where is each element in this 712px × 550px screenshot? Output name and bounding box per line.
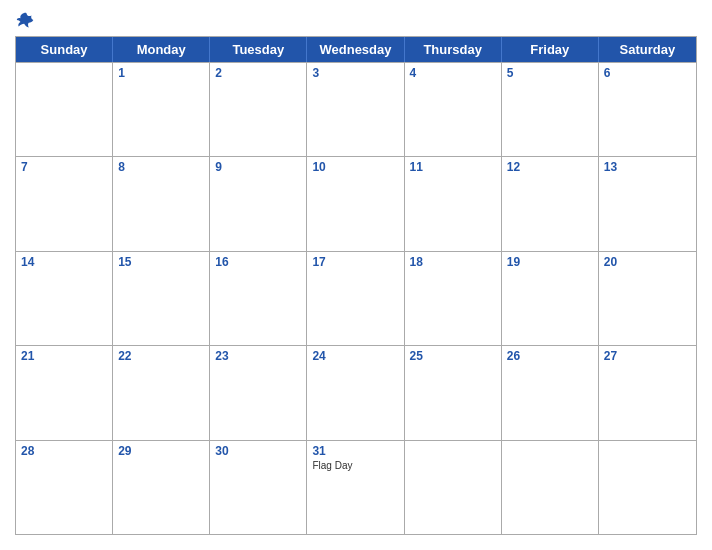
- day-number: 18: [410, 255, 496, 269]
- day-number: 4: [410, 66, 496, 80]
- day-number: 15: [118, 255, 204, 269]
- day-cell: 19: [502, 252, 599, 345]
- day-cell: 5: [502, 63, 599, 156]
- day-header-thursday: Thursday: [405, 37, 502, 62]
- day-cell: 11: [405, 157, 502, 250]
- week-row-5: 28293031Flag Day: [16, 440, 696, 534]
- day-cell: 14: [16, 252, 113, 345]
- day-number: 24: [312, 349, 398, 363]
- day-number: 7: [21, 160, 107, 174]
- day-cell: [599, 441, 696, 534]
- day-cell: 16: [210, 252, 307, 345]
- day-cell: 10: [307, 157, 404, 250]
- day-number: 13: [604, 160, 691, 174]
- day-cell: 1: [113, 63, 210, 156]
- day-number: 27: [604, 349, 691, 363]
- day-number: 14: [21, 255, 107, 269]
- day-cell: 18: [405, 252, 502, 345]
- day-cell: 21: [16, 346, 113, 439]
- day-header-sunday: Sunday: [16, 37, 113, 62]
- day-cell: [405, 441, 502, 534]
- day-number: 17: [312, 255, 398, 269]
- day-cell: [502, 441, 599, 534]
- day-number: 8: [118, 160, 204, 174]
- day-cell: 27: [599, 346, 696, 439]
- day-cell: 17: [307, 252, 404, 345]
- calendar: SundayMondayTuesdayWednesdayThursdayFrid…: [15, 36, 697, 535]
- day-number: 22: [118, 349, 204, 363]
- day-cell: 31Flag Day: [307, 441, 404, 534]
- day-number: 9: [215, 160, 301, 174]
- day-header-monday: Monday: [113, 37, 210, 62]
- day-number: 16: [215, 255, 301, 269]
- logo: [15, 10, 45, 32]
- week-row-2: 78910111213: [16, 156, 696, 250]
- day-number: 28: [21, 444, 107, 458]
- day-headers-row: SundayMondayTuesdayWednesdayThursdayFrid…: [16, 37, 696, 62]
- day-cell: 22: [113, 346, 210, 439]
- day-number: 30: [215, 444, 301, 458]
- day-cell: 3: [307, 63, 404, 156]
- calendar-header: [15, 10, 697, 32]
- day-cell: 24: [307, 346, 404, 439]
- day-number: 5: [507, 66, 593, 80]
- day-number: 20: [604, 255, 691, 269]
- day-number: 1: [118, 66, 204, 80]
- week-row-1: 123456: [16, 62, 696, 156]
- day-number: 12: [507, 160, 593, 174]
- day-number: 31: [312, 444, 398, 458]
- day-number: 21: [21, 349, 107, 363]
- day-number: 6: [604, 66, 691, 80]
- day-cell: 4: [405, 63, 502, 156]
- day-cell: 23: [210, 346, 307, 439]
- day-cell: 25: [405, 346, 502, 439]
- day-cell: 20: [599, 252, 696, 345]
- day-number: 11: [410, 160, 496, 174]
- logo-bird-icon: [15, 10, 37, 32]
- day-cell: 13: [599, 157, 696, 250]
- day-cell: 29: [113, 441, 210, 534]
- event-label: Flag Day: [312, 460, 398, 471]
- day-header-saturday: Saturday: [599, 37, 696, 62]
- day-header-wednesday: Wednesday: [307, 37, 404, 62]
- week-row-4: 21222324252627: [16, 345, 696, 439]
- day-cell: 2: [210, 63, 307, 156]
- day-cell: 7: [16, 157, 113, 250]
- day-cell: 15: [113, 252, 210, 345]
- day-number: 10: [312, 160, 398, 174]
- day-cell: 8: [113, 157, 210, 250]
- day-number: 29: [118, 444, 204, 458]
- day-cell: 12: [502, 157, 599, 250]
- weeks-container: 1234567891011121314151617181920212223242…: [16, 62, 696, 534]
- day-cell: 6: [599, 63, 696, 156]
- day-number: 3: [312, 66, 398, 80]
- day-cell: 30: [210, 441, 307, 534]
- day-number: 26: [507, 349, 593, 363]
- week-row-3: 14151617181920: [16, 251, 696, 345]
- day-number: 23: [215, 349, 301, 363]
- day-cell: 26: [502, 346, 599, 439]
- day-number: 19: [507, 255, 593, 269]
- day-cell: [16, 63, 113, 156]
- day-cell: 9: [210, 157, 307, 250]
- day-number: 2: [215, 66, 301, 80]
- day-header-tuesday: Tuesday: [210, 37, 307, 62]
- day-number: 25: [410, 349, 496, 363]
- day-cell: 28: [16, 441, 113, 534]
- day-header-friday: Friday: [502, 37, 599, 62]
